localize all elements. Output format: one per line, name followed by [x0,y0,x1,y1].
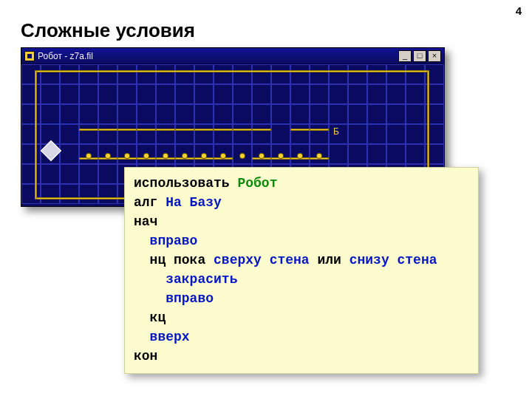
grid-cell [175,124,194,144]
grid-cell [348,144,367,164]
wall-segment [233,129,252,131]
grid-cell [79,124,98,144]
grid-cell [21,64,41,84]
grid-cell [60,164,79,184]
grid-cell [367,104,386,124]
grid-cell [310,104,329,124]
field-dot [240,154,245,158]
grid-cell [21,124,41,144]
base-label: Б [333,127,339,136]
grid-cell [60,124,79,144]
grid-cell [271,64,290,84]
grid-cell [252,104,271,124]
code-token: или [310,253,349,267]
wall-segment [35,70,37,200]
page-number: 4 [516,4,522,17]
grid-cell [60,64,79,84]
wall-segment [175,129,194,131]
code-token [134,233,150,248]
wall-segment [98,129,117,131]
grid-cell [79,64,98,84]
grid-cell [214,104,233,124]
grid-cell [386,84,406,104]
grid-cell [233,64,252,84]
grid-cell [79,164,98,184]
grid-cell [348,104,367,124]
field-dot [144,154,149,158]
code-token: алг [134,195,166,210]
minimize-button[interactable]: _ [398,50,412,62]
grid-cell [252,84,271,104]
grid-cell [329,84,348,104]
code-token: Робот [237,176,277,191]
grid-cell [98,64,117,84]
grid-cell [367,64,386,84]
grid-cell [41,104,60,124]
window-title: Робот - z7a.fil [38,51,395,61]
grid-cell [367,144,386,164]
grid-cell [290,84,310,104]
grid-cell [98,84,117,104]
grid-cell [117,124,137,144]
grid-cell [271,104,290,124]
wall-segment [117,129,137,131]
grid-cell [60,104,79,124]
grid-cell [21,84,41,104]
code-token: закрасить [166,272,237,287]
grid-cell [252,64,271,84]
grid-cell [406,84,425,104]
grid-cell [156,64,175,84]
grid-cell [21,164,41,184]
field-dot [183,154,187,158]
grid-cell [329,104,348,124]
grid-cell [21,144,41,164]
field-dot [298,154,302,158]
code-token [134,310,150,325]
field-dot [163,154,168,158]
grid-cell [406,104,425,124]
wall-segment [290,129,310,131]
grid-cell [348,64,367,84]
wall-segment [214,129,233,131]
grid-cell [137,84,156,104]
grid-cell [310,64,329,84]
grid-cell [329,144,348,164]
grid-cell [386,124,406,144]
wall-segment [137,129,156,131]
grid-cell [233,104,252,124]
maximize-button[interactable]: □ [413,50,426,62]
grid-cell [137,104,156,124]
code-token [134,330,150,344]
code-token: вверх [150,330,190,344]
close-button[interactable]: × [428,50,441,62]
grid-cell [156,84,175,104]
grid-cell [271,124,290,144]
code-token: кц [150,310,166,325]
grid-cell [290,104,310,124]
code-token: сверху стена [214,253,310,267]
wall-segment [252,129,271,131]
grid-cell [214,124,233,144]
field-dot [317,154,321,158]
grid-cell [214,64,233,84]
field-dot [125,154,129,158]
grid-cell [271,84,290,104]
grid-cell [406,124,425,144]
code-token: кон [134,349,157,364]
grid-cell [156,124,175,144]
grid-cell [386,144,406,164]
grid-cell [137,124,156,144]
grid-cell [194,104,214,124]
window-titlebar: Робот - z7a.fil _ □ × [21,48,444,64]
code-token: нц пока [150,253,214,267]
grid-cell [137,64,156,84]
code-token: вправо [150,233,198,248]
code-token: снизу стена [349,253,437,267]
wall-segment [194,129,214,131]
grid-cell [252,124,271,144]
field-dot [221,154,225,158]
grid-cell [41,184,60,204]
code-token [134,272,166,287]
grid-cell [156,104,175,124]
grid-cell [194,124,214,144]
